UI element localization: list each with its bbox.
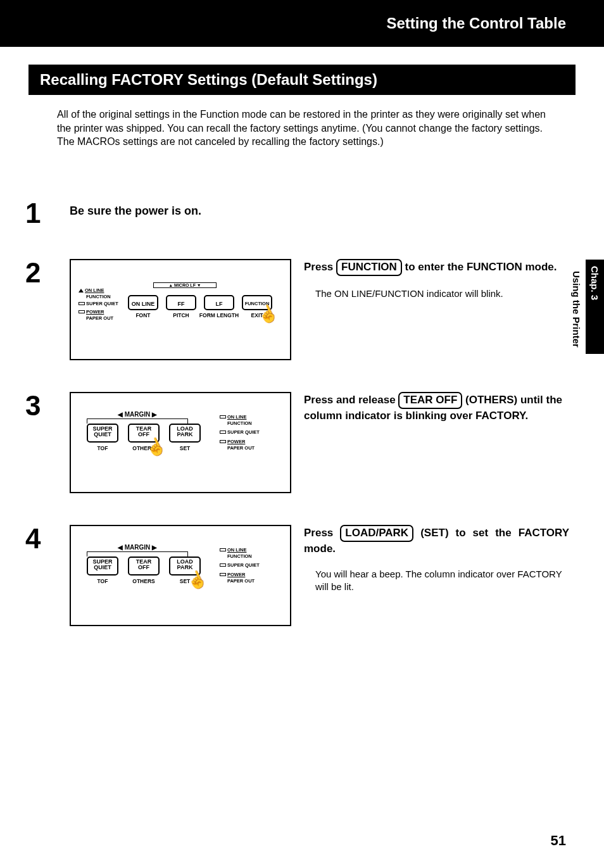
led-online: ON LINEFUNCTION bbox=[79, 287, 111, 300]
step-4-heading: Press LOAD/PARK (SET) to set the FACTORY… bbox=[304, 525, 569, 557]
step-3-heading: Press and release TEAR OFF (OTHERS) unti… bbox=[304, 392, 569, 424]
step-2-heading: Press FUNCTION to enter the FUNCTION mod… bbox=[304, 259, 569, 276]
led-icon bbox=[220, 573, 226, 576]
step-2-sub: The ON LINE/FUNCTION indicator will blin… bbox=[315, 287, 569, 300]
led-power: POWERPAPER OUT bbox=[220, 439, 255, 451]
section-heading: Recalling FACTORY Settings (Default Sett… bbox=[28, 65, 576, 95]
btn-superquiet: SUPER QUIET bbox=[87, 424, 118, 443]
margin-bracket bbox=[87, 418, 188, 424]
led-online: ON LINEFUNCTION bbox=[220, 414, 252, 427]
sub-tof: TOF bbox=[87, 445, 118, 451]
step-1-number: 1 bbox=[25, 199, 57, 227]
led-power-l2: PAPER OUT bbox=[227, 578, 255, 584]
led-power-l2: PAPER OUT bbox=[227, 445, 255, 451]
step-1: 1 Be sure the power is on. bbox=[25, 199, 569, 227]
side-tab-section: Using the Printer bbox=[567, 260, 586, 354]
margin-label: ◀ MARGIN ▶ bbox=[96, 411, 179, 418]
step-4-sub: You will hear a beep. The column indicat… bbox=[315, 568, 569, 594]
step-3: 3 ◀ MARGIN ▶ ON LINEFUNCTION SUPER QUIET… bbox=[25, 392, 569, 493]
step-4-number: 4 bbox=[25, 525, 57, 553]
section-title: Recalling FACTORY Settings (Default Sett… bbox=[40, 71, 377, 88]
led-online-l2: FUNCTION bbox=[227, 420, 252, 426]
led-sq-label: SUPER QUIET bbox=[227, 562, 260, 568]
led-online-l1: ON LINE bbox=[227, 414, 246, 420]
side-tab: Chap. 3 Using the Printer bbox=[567, 260, 604, 354]
btn-tearoff: TEAR OFF bbox=[128, 557, 160, 576]
led-power: POWERPAPER OUT bbox=[79, 309, 113, 322]
led-power-l2: PAPER OUT bbox=[86, 315, 113, 321]
step-2-head-b: to enter the FUNCTION mode. bbox=[402, 261, 557, 273]
led-icon bbox=[220, 431, 226, 434]
step-3-box: TEAR OFF bbox=[398, 392, 462, 409]
btn-loadpark: LOAD PARK bbox=[169, 424, 201, 443]
step-3-number: 3 bbox=[25, 392, 57, 420]
step-4-box: LOAD/PARK bbox=[340, 525, 413, 542]
step-2-head-a: Press bbox=[304, 261, 336, 273]
btn-online: ON LINE bbox=[128, 295, 158, 310]
led-online-l2: FUNCTION bbox=[227, 553, 252, 559]
btn-superquiet: SUPER QUIET bbox=[87, 557, 118, 576]
step-2-box: FUNCTION bbox=[336, 259, 402, 276]
led-sq-label: SUPER QUIET bbox=[227, 429, 260, 435]
sub-formlength: FORM LENGTH bbox=[196, 312, 242, 318]
led-icon bbox=[79, 302, 85, 305]
micro-lf-label: ▲ MICRO LF ▼ bbox=[153, 282, 217, 288]
led-icon bbox=[79, 289, 84, 292]
panel-diagram-4: ◀ MARGIN ▶ ON LINEFUNCTION SUPER QUIET P… bbox=[70, 525, 291, 626]
led-power: POWERPAPER OUT bbox=[220, 572, 255, 584]
step-2-number: 2 bbox=[25, 259, 57, 287]
sub-set: SET bbox=[169, 445, 201, 451]
led-superquiet: SUPER QUIET bbox=[79, 301, 118, 307]
led-online: ON LINEFUNCTION bbox=[220, 547, 252, 560]
led-superquiet: SUPER QUIET bbox=[220, 429, 260, 436]
step-2: 2 ▲ MICRO LF ▼ ON LINEFUNCTION SUPER QUI… bbox=[25, 259, 569, 360]
sub-font: FONT bbox=[128, 312, 158, 318]
led-power-l1: POWER bbox=[86, 309, 104, 315]
step-1-text: Be sure the power is on. bbox=[70, 199, 201, 218]
led-icon bbox=[79, 310, 85, 313]
led-icon bbox=[220, 415, 226, 418]
led-icon bbox=[220, 548, 226, 551]
step-4: 4 ◀ MARGIN ▶ ON LINEFUNCTION SUPER QUIET… bbox=[25, 525, 569, 626]
led-online-l2: FUNCTION bbox=[86, 294, 111, 299]
page-number: 51 bbox=[551, 833, 566, 849]
led-power-l1: POWER bbox=[227, 572, 245, 577]
btn-ff: FF bbox=[166, 295, 196, 310]
sub-tof: TOF bbox=[87, 578, 118, 584]
led-online-l1: ON LINE bbox=[227, 547, 246, 553]
led-online-l1: ON LINE bbox=[85, 287, 104, 293]
led-icon bbox=[220, 563, 226, 567]
panel-diagram-2: ▲ MICRO LF ▼ ON LINEFUNCTION SUPER QUIET… bbox=[70, 259, 291, 360]
intro-text: All of the original settings in the Func… bbox=[57, 108, 558, 149]
sub-pitch: PITCH bbox=[166, 312, 196, 318]
led-icon bbox=[220, 440, 226, 443]
page-header: Setting the Control Table bbox=[0, 0, 604, 47]
margin-label: ◀ MARGIN ▶ bbox=[96, 544, 179, 551]
margin-bracket bbox=[87, 551, 188, 557]
step-3-head-a: Press and release bbox=[304, 394, 398, 406]
step-4-head-a: Press bbox=[304, 527, 340, 539]
sub-others: OTHERS bbox=[128, 578, 160, 584]
led-superquiet: SUPER QUIET bbox=[220, 562, 260, 569]
led-power-l1: POWER bbox=[227, 439, 245, 444]
panel-diagram-3: ◀ MARGIN ▶ ON LINEFUNCTION SUPER QUIET P… bbox=[70, 392, 291, 493]
side-tab-chapter: Chap. 3 bbox=[586, 260, 604, 354]
page-title: Setting the Control Table bbox=[386, 15, 566, 32]
btn-lf: LF bbox=[204, 295, 234, 310]
led-sq-label: SUPER QUIET bbox=[86, 301, 118, 306]
